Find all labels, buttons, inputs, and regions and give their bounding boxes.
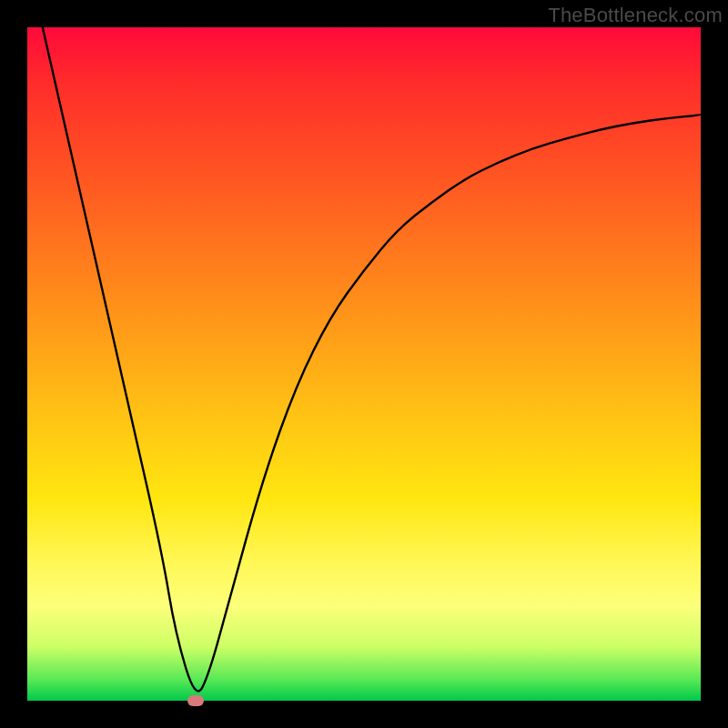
plot-area: [27, 27, 701, 701]
optimum-marker: [187, 695, 204, 706]
chart-frame: TheBottleneck.com: [0, 0, 728, 728]
bottleneck-curve: [27, 27, 701, 701]
curve-path: [27, 27, 701, 691]
watermark-text: TheBottleneck.com: [548, 4, 723, 27]
